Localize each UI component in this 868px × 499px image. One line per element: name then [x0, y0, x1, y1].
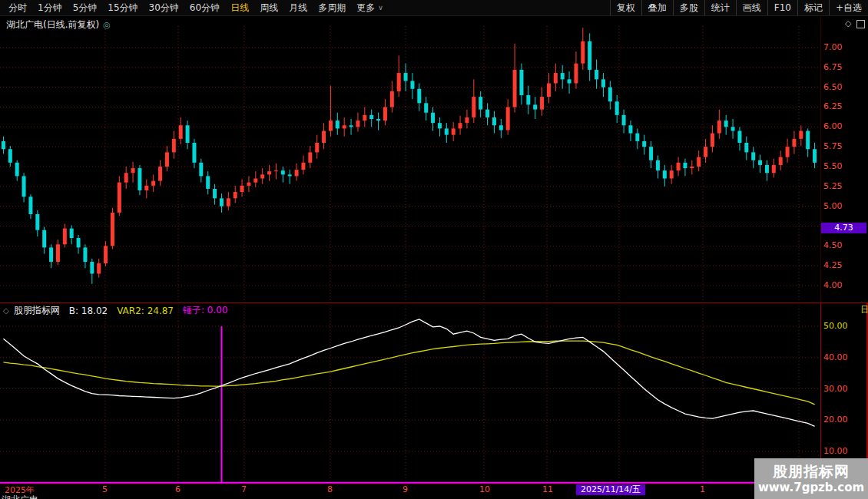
price-tick-4.25: 4.25: [823, 260, 865, 271]
price-tick-5.25: 5.25: [823, 181, 865, 192]
price-tick-6.00: 6.00: [823, 121, 865, 132]
chart-corner-icons: ◇: [845, 18, 865, 28]
candlestick-chart[interactable]: [0, 15, 820, 302]
indicator-tick-10.00: 10.00: [823, 446, 865, 457]
main-axis-divider: [820, 15, 821, 302]
period-tab-60分钟[interactable]: 60分钟: [184, 0, 225, 15]
tool-button-+自选[interactable]: +自选: [829, 0, 868, 15]
date-tick-5: 5: [102, 484, 108, 494]
date-axis: 2025年5678910111: [0, 484, 868, 496]
date-crosshair-marker: 2025/11/14/五: [576, 484, 645, 495]
period-tab-月线[interactable]: 月线: [283, 0, 313, 15]
tool-button-F10[interactable]: F10: [767, 0, 797, 15]
price-tick-5.75: 5.75: [823, 141, 865, 152]
date-tick-8: 8: [327, 484, 333, 494]
top-toolbar: 分时1分钟5分钟15分钟30分钟60分钟日线周线月线多周期更多∨ 复权叠加多股统…: [0, 0, 868, 16]
date-tick-6: 6: [175, 484, 181, 494]
more-dropdown-arrow-icon[interactable]: ∨: [378, 4, 388, 12]
indicator-value-b: B: 18.02: [69, 306, 108, 316]
title-badge-icon: ◎: [103, 20, 111, 30]
price-tick-6.50: 6.50: [823, 82, 865, 93]
period-tab-1分钟[interactable]: 1分钟: [32, 0, 68, 15]
indicator-axis-divider: [820, 302, 821, 484]
pane-divider: [0, 302, 868, 303]
period-tab-分时[interactable]: 分时: [3, 0, 32, 15]
tool-button-bar: 复权叠加多股统计画线F10标记+自选: [610, 0, 868, 15]
period-tab-15分钟[interactable]: 15分钟: [102, 0, 143, 15]
clipped-bottom-title: 湖北广电: [2, 495, 38, 499]
indicator-tick-20.00: 20.00: [823, 415, 865, 425]
tool-button-复权[interactable]: 复权: [610, 0, 641, 15]
period-tab-更多[interactable]: 更多: [351, 0, 380, 15]
period-tab-30分钟[interactable]: 30分钟: [144, 0, 184, 15]
period-tab-周线[interactable]: 周线: [254, 0, 283, 15]
symbol-title: 湖北广电(日线.前复权): [6, 19, 99, 30]
date-tick-2025年: 2025年: [5, 484, 35, 496]
line-B: [3, 319, 814, 426]
price-tick-5.50: 5.50: [823, 161, 865, 172]
site-watermark: 股朋指标网 www.7gpzb.com: [754, 458, 868, 499]
tool-button-叠加[interactable]: 叠加: [641, 0, 673, 15]
tool-button-画线[interactable]: 画线: [736, 0, 767, 15]
date-tick-7: 7: [241, 484, 247, 494]
indicator-value-var2: VAR2: 24.87: [117, 306, 174, 316]
indicator-chart[interactable]: [0, 302, 820, 484]
price-tick-6.75: 6.75: [823, 62, 865, 73]
window-layout-icon[interactable]: [856, 20, 865, 28]
date-tick-9: 9: [403, 484, 408, 494]
diamond-icon[interactable]: ◇: [845, 18, 851, 28]
price-tick-6.25: 6.25: [823, 101, 865, 112]
indicator-header: ◇ 股朋指标网 B: 18.02 VAR2: 24.87 锤子: 0.00: [3, 304, 228, 317]
period-tab-5分钟[interactable]: 5分钟: [68, 0, 103, 15]
price-tick-4.00: 4.00: [823, 280, 865, 291]
period-tab-bar: 分时1分钟5分钟15分钟30分钟60分钟日线周线月线多周期更多∨: [0, 0, 388, 15]
indicator-gridlines: [0, 302, 820, 482]
period-tab-日线[interactable]: 日线: [225, 0, 254, 15]
trading-app-window: 分时1分钟5分钟15分钟30分钟60分钟日线周线月线多周期更多∨ 复权叠加多股统…: [0, 0, 868, 499]
tool-button-统计[interactable]: 统计: [704, 0, 736, 15]
price-tick-7.00: 7.00: [823, 42, 865, 53]
indicator-value-hammer: 锤子: 0.00: [183, 304, 228, 317]
price-tick-4.50: 4.50: [823, 240, 865, 251]
date-tick-10: 10: [479, 484, 490, 494]
price-crosshair-marker: 4.73: [821, 223, 866, 233]
tool-button-多股[interactable]: 多股: [673, 0, 704, 15]
indicator-collapse-icon[interactable]: ◇: [3, 306, 9, 315]
indicator-period-label: 日: [860, 304, 868, 316]
watermark-url: www.7gpzb.com: [758, 481, 864, 495]
indicator-tick-50.00: 50.00: [823, 321, 865, 332]
price-tick-5.00: 5.00: [823, 201, 865, 212]
watermark-name: 股朋指标网: [773, 463, 850, 481]
indicator-tick-30.00: 30.00: [823, 384, 865, 395]
date-tick-1: 1: [700, 484, 705, 494]
tool-button-标记[interactable]: 标记: [797, 0, 829, 15]
period-tab-多周期[interactable]: 多周期: [313, 0, 351, 15]
line-VAR2: [3, 341, 814, 405]
indicator-name[interactable]: 股朋指标网: [14, 304, 60, 317]
chart-title-row: 湖北广电(日线.前复权)◎: [6, 18, 111, 31]
indicator-tick-40.00: 40.00: [823, 352, 865, 363]
date-tick-11: 11: [542, 484, 553, 494]
